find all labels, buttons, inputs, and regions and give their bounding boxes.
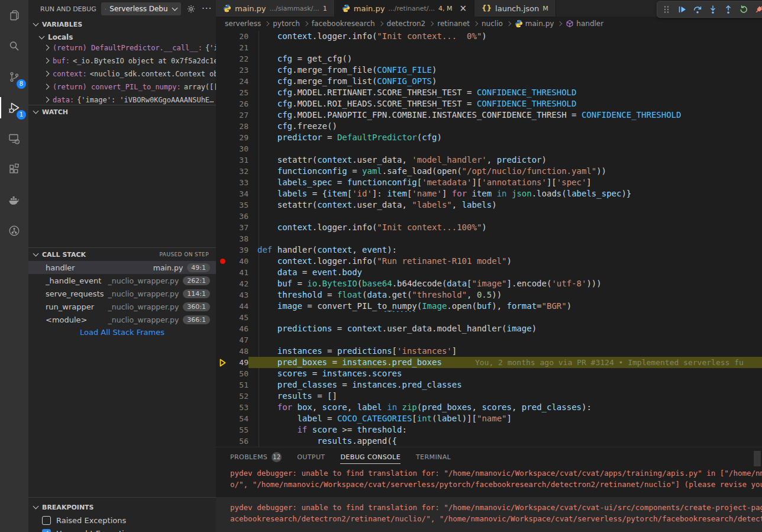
activity-item-extensions[interactable] [0,154,28,185]
code-line-54[interactable]: 54 label = COCO_CATEGORIES[int(label)]["… [216,413,762,424]
code-line-35[interactable]: 35 setattr(context.user_data, "labels", … [216,199,762,211]
checkbox-unchecked[interactable] [42,516,51,525]
code-line-41[interactable]: 41 data = event.body [216,267,762,278]
breadcrumb-item-facebookresearch[interactable]: facebookresearch [312,20,375,28]
code-line-39[interactable]: 39def handler(context, event): [216,244,762,256]
code-line-30[interactable]: 30 [216,143,762,154]
breadcrumb-item-retinanet[interactable]: retinanet [437,20,470,28]
tab-main.py-retinanet[interactable]: main.py.../retinanet/...4, M× [335,0,474,17]
call-stack-frame[interactable]: handlermain.py49:1 [28,261,216,274]
code-line-44[interactable]: 44 image = convert_PIL_to_numpy(Image.op… [216,301,762,312]
checkbox-checked[interactable]: ✓ [42,529,51,532]
code-line-22[interactable]: 22 cfg = get_cfg() [216,53,762,65]
activity-item-remote-explorer[interactable] [0,123,28,154]
console-message-group[interactable]: pydev debugger: unable to find translati… [216,467,762,490]
code-text: if score >= threshold: [248,424,762,436]
call-stack-frame[interactable]: <module>_nuclio_wrapper.py366:1 [28,313,216,326]
code-line-53[interactable]: 53 for box, score, label in zip(pred_box… [216,402,762,413]
watch-header[interactable]: WATCH [28,105,216,118]
activity-item-run-and-debug[interactable]: 1 [0,92,28,123]
breakpoint-icon[interactable] [220,259,225,264]
code-editor[interactable]: 20 context.logger.info("Init context... … [216,31,762,447]
activity-item-source-control[interactable]: 8 [0,62,28,92]
code-line-51[interactable]: 51 pred_classes = instances.pred_classes [216,379,762,391]
tab-main.py-siammask[interactable]: main.py.../siammask/...1 [216,0,335,17]
step-over-button[interactable] [690,2,705,17]
breadcrumb-item-detectron2[interactable]: detectron2 [387,20,426,28]
activity-item-search[interactable] [0,31,28,62]
panel-scrollbar-thumb[interactable] [754,451,761,466]
restart-button[interactable] [736,2,751,17]
code-line-52[interactable]: 52 results = [] [216,391,762,402]
load-all-stack-frames-link[interactable]: Load All Stack Frames [28,326,216,339]
debug-settings-gear-icon[interactable] [186,2,197,15]
code-line-48[interactable]: 48 instances = predictions['instances'] [216,346,762,357]
code-line-47[interactable]: 47 [216,334,762,346]
panel-tab-debug-console[interactable]: DEBUG CONSOLE [340,447,401,466]
breakpoint-row[interactable]: Raised Exceptions [28,514,216,527]
breadcrumb-item-main.py[interactable]: main.py [515,20,554,28]
variable-row[interactable]: (return) DefaultPredictor.__call__:{'ins… [28,44,216,57]
code-line-25[interactable]: 25 cfg.MODEL.RETINANET.SCORE_THRESH_TEST… [216,87,762,98]
panel-tab-output[interactable]: OUTPUT [297,447,325,466]
line-number: 51 [229,379,248,391]
continue-button[interactable] [674,2,689,17]
call-stack-frame[interactable]: run_wrapper_nuclio_wrapper.py360:1 [28,300,216,313]
code-line-43[interactable]: 43 threshold = float(data.get("threshold… [216,289,762,301]
activity-item-git-graph[interactable] [0,215,28,246]
call-stack-frame[interactable]: serve_requests_nuclio_wrapper.py114:1 [28,287,216,300]
breakpoint-row[interactable]: ✓Uncaught Exceptions [28,527,216,532]
code-line-34[interactable]: 34 labels = {item['id']: item['name'] fo… [216,188,762,199]
current-step-glyph[interactable] [216,357,229,368]
code-line-42[interactable]: 42 buf = io.BytesIO(base64.b64decode(dat… [216,278,762,289]
activity-item-docker[interactable] [0,185,28,215]
code-line-56[interactable]: 56 results.append({ [216,436,762,447]
step-into-button[interactable] [705,2,720,17]
breadcrumb-item-handler[interactable]: handler [566,20,603,28]
code-line-23[interactable]: 23 cfg.merge_from_file(CONFIG_FILE) [216,65,762,76]
code-line-24[interactable]: 24 cfg.merge_from_list(CONFIG_OPTS) [216,76,762,87]
breakpoints-header[interactable]: BREAKPOINTS [28,501,216,514]
variable-row[interactable]: context:<nuclio_sdk.context.Context obje… [28,70,216,83]
close-icon[interactable]: × [459,4,467,13]
panel-tab-terminal[interactable]: TERMINAL [416,447,451,466]
code-line-29[interactable]: 29 predictor = DefaultPredictor(cfg) [216,132,762,143]
breadcrumb-item-pytorch[interactable]: pytorch [273,20,300,28]
code-line-37[interactable]: 37 context.logger.info("Init context...1… [216,222,762,233]
code-line-20[interactable]: 20 context.logger.info("Init context... … [216,31,762,42]
more-actions-icon[interactable]: ··· [201,2,212,15]
code-line-26[interactable]: 26 cfg.MODEL.ROI_HEADS.SCORE_THRESH_TEST… [216,98,762,109]
variable-row[interactable]: buf:<_io.BytesIO object at 0x7f5a2dc1ecc… [28,57,216,70]
code-line-38[interactable]: 38 [216,233,762,244]
variable-row[interactable]: (return) convert_PIL_to_numpy:array([[[ … [28,83,216,96]
code-line-49[interactable]: 49 pred_boxes = instances.pred_boxesYou,… [216,357,762,368]
panel-tab-problems[interactable]: PROBLEMS12 [230,447,282,466]
variables-header[interactable]: VARIABLES [28,18,216,31]
variables-scope-locals[interactable]: Locals [28,31,216,44]
console-message-group[interactable]: pydev debugger: unable to find translati… [216,497,762,532]
tab-launch.json[interactable]: {}launch.jsonM [474,0,556,17]
code-token: labels [277,189,308,198]
activity-item-explorer[interactable] [0,0,28,31]
code-line-36[interactable]: 36 [216,211,762,222]
code-line-21[interactable]: 21 [216,42,762,53]
code-line-46[interactable]: 46 predictions = context.user_data.model… [216,323,762,334]
call-stack-frame[interactable]: _handle_event_nuclio_wrapper.py262:1 [28,274,216,287]
breadcrumb-item-nuclio[interactable]: nuclio [482,20,503,28]
code-line-31[interactable]: 31 setattr(context.user_data, 'model_han… [216,154,762,166]
disconnect-button[interactable] [751,2,762,17]
code-line-45[interactable]: 45 [216,312,762,323]
launch-config-dropdown[interactable]: Serverless Debu [101,2,181,15]
step-out-button[interactable] [721,2,735,17]
code-line-40[interactable]: 40 context.logger.info("Run retinanet-R1… [216,256,762,267]
breadcrumb-item-serverless[interactable]: serverless [225,20,261,28]
code-line-32[interactable]: 32 functionconfig = yaml.safe_load(open(… [216,166,762,177]
call-stack-header[interactable]: CALL STACK PAUSED ON STEP [28,248,216,261]
gutter-glyph[interactable] [216,256,229,267]
code-line-50[interactable]: 50 scores = instances.scores [216,368,762,379]
code-line-28[interactable]: 28 cfg.freeze() [216,121,762,132]
code-line-33[interactable]: 33 labels_spec = functionconfig['metadat… [216,177,762,188]
code-line-27[interactable]: 27 cfg.MODEL.PANOPTIC_FPN.COMBINE.INSTAN… [216,109,762,121]
code-line-55[interactable]: 55 if score >= threshold: [216,424,762,436]
variable-row[interactable]: data:{'image': 'iVBORw0KGgoAAAANSUhE… 55 [28,96,216,105]
